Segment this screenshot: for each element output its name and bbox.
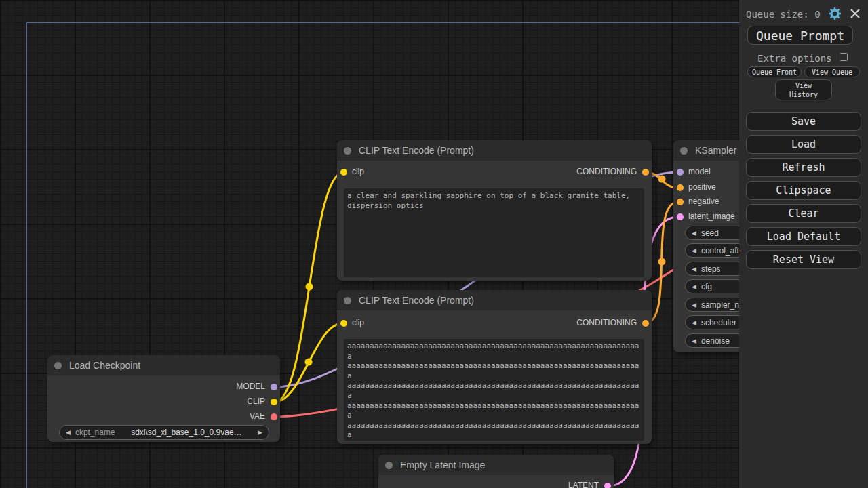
widget-left-arrow-icon[interactable]: ◀	[66, 429, 71, 436]
widget-name: cfg	[701, 282, 712, 291]
widget-name: scheduler	[701, 318, 736, 327]
collapse-dot-icon[interactable]	[344, 147, 351, 155]
reset-view-button[interactable]: Reset View	[746, 250, 861, 269]
widget-left-arrow-icon[interactable]: ◀	[692, 266, 696, 272]
collapse-dot-icon[interactable]	[385, 462, 393, 469]
slot-label: LATENT	[568, 481, 599, 488]
conditioning-socket[interactable]	[677, 184, 684, 191]
input-slot-clip: clip	[337, 318, 473, 329]
node-title: KSampler	[695, 140, 736, 161]
widget-left-arrow-icon[interactable]: ◀	[692, 338, 696, 344]
slot-label: negative	[688, 197, 719, 206]
comfy-menu-panel: Queue size: 0 Queue Prompt Extra options…	[739, 0, 868, 488]
clipspace-button[interactable]: Clipspace	[746, 181, 861, 200]
widget-left-arrow-icon[interactable]: ◀	[692, 247, 696, 254]
extra-options-checkbox[interactable]	[840, 53, 848, 61]
widget-left-arrow-icon[interactable]: ◀	[692, 302, 696, 308]
conditioning-socket[interactable]	[642, 169, 649, 176]
conditioning-socket[interactable]	[642, 320, 649, 327]
node-title: Empty Latent Image	[400, 455, 485, 475]
ckpt-name-widget[interactable]: ◀ ckpt_name sdxl\sd_xl_base_1.0_0.9vae… …	[59, 425, 269, 440]
output-slot-clip: CLIP	[172, 396, 280, 407]
queue-prompt-button[interactable]: Queue Prompt	[747, 26, 853, 45]
prompt-textarea[interactable]: aaaaaaaaaaaaaaaaaaaaaaaaaaaaaaaaaaaaaaaa…	[344, 339, 644, 441]
slot-label: clip	[352, 167, 364, 176]
node-title-bar[interactable]: Load Checkpoint	[47, 355, 280, 375]
widget-name: ckpt_name	[75, 428, 115, 437]
node-title-bar[interactable]: CLIP Text Encode (Prompt)	[337, 290, 652, 310]
clip-socket[interactable]	[340, 169, 347, 176]
slot-label: CONDITIONING	[576, 318, 637, 327]
queue-size-label: Queue size: 0	[746, 9, 821, 20]
collapse-dot-icon[interactable]	[54, 362, 62, 369]
widget-name: denoise	[701, 336, 730, 346]
extra-options-label: Extra options	[757, 53, 832, 64]
node-clip-text-encode-positive[interactable]: CLIP Text Encode (Prompt) clip CONDITION…	[337, 140, 652, 281]
output-slot-latent: LATENT	[505, 481, 614, 488]
collapse-dot-icon[interactable]	[344, 297, 351, 304]
canvas-border-left	[26, 22, 27, 488]
load-button[interactable]: Load	[746, 135, 861, 154]
slot-label: CLIP	[247, 396, 265, 406]
clip-socket[interactable]	[271, 399, 277, 405]
widget-left-arrow-icon[interactable]: ◀	[692, 283, 696, 290]
node-empty-latent-image[interactable]: Empty Latent Image LATENT	[378, 455, 614, 488]
slot-label: positive	[688, 182, 716, 192]
widget-name: seed	[701, 228, 719, 238]
model-socket[interactable]	[677, 169, 684, 176]
slot-label: latent_image	[688, 211, 735, 221]
node-title-bar[interactable]: Empty Latent Image	[378, 455, 614, 475]
slot-label: CONDITIONING	[576, 167, 637, 176]
view-queue-button[interactable]: View Queue	[804, 66, 860, 77]
load-default-button[interactable]: Load Default	[746, 227, 861, 246]
node-title-bar[interactable]: CLIP Text Encode (Prompt)	[337, 140, 652, 161]
gear-icon[interactable]	[828, 7, 842, 20]
clear-button[interactable]: Clear	[746, 204, 861, 223]
widget-value: sdxl\sd_xl_base_1.0_0.9vae…	[115, 428, 258, 437]
output-slot-conditioning: CONDITIONING	[502, 318, 652, 329]
node-clip-text-encode-negative[interactable]: CLIP Text Encode (Prompt) clip CONDITION…	[337, 290, 652, 444]
output-slot-conditioning: CONDITIONING	[502, 167, 652, 178]
output-slot-vae: VAE	[172, 411, 280, 422]
widget-name: steps	[701, 264, 721, 274]
output-slot-model: MODEL	[172, 382, 280, 392]
prompt-textarea[interactable]: a clear and sparkling sapphire on top of…	[344, 188, 644, 277]
clip-socket[interactable]	[340, 320, 347, 327]
close-icon[interactable]	[850, 8, 861, 19]
node-title: CLIP Text Encode (Prompt)	[359, 290, 474, 310]
node-load-checkpoint[interactable]: Load Checkpoint MODEL CLIP VAE ◀ ckpt_na…	[47, 355, 280, 442]
slot-label: clip	[352, 318, 364, 327]
node-title: Load Checkpoint	[69, 355, 140, 375]
slot-label: model	[688, 167, 711, 176]
conditioning-socket[interactable]	[677, 199, 684, 205]
model-socket[interactable]	[271, 384, 277, 390]
widget-left-arrow-icon[interactable]: ◀	[692, 230, 696, 237]
input-slot-clip: clip	[337, 167, 473, 178]
latent-socket[interactable]	[604, 483, 611, 488]
slot-label: MODEL	[236, 382, 265, 391]
refresh-button[interactable]: Refresh	[746, 158, 861, 177]
slot-label: VAE	[250, 411, 265, 421]
latent-socket[interactable]	[677, 214, 684, 220]
vae-socket[interactable]	[271, 413, 277, 420]
save-button[interactable]: Save	[746, 112, 861, 131]
collapse-dot-icon[interactable]	[680, 147, 688, 155]
node-title: CLIP Text Encode (Prompt)	[359, 140, 474, 161]
widget-left-arrow-icon[interactable]: ◀	[692, 319, 696, 326]
view-history-button[interactable]: View History	[775, 79, 832, 100]
queue-front-button[interactable]: Queue Front	[747, 66, 802, 77]
widget-right-arrow-icon[interactable]: ▶	[258, 429, 262, 436]
